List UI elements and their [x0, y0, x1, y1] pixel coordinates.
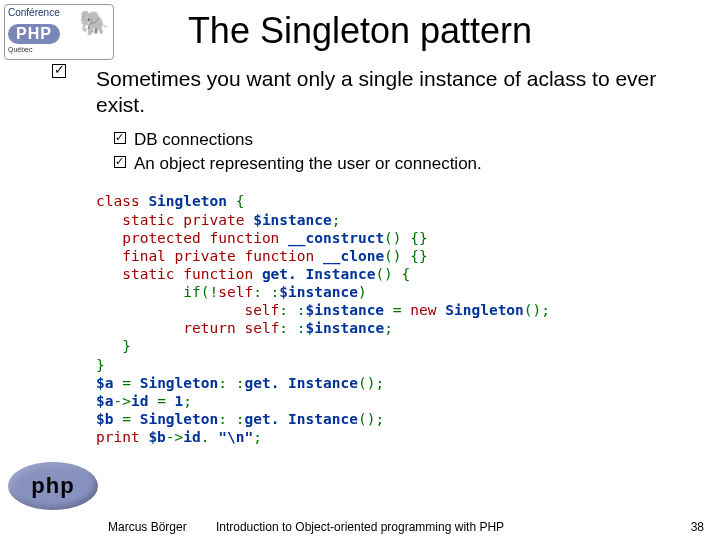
sub-point-text: An object representing the user or conne…	[134, 153, 482, 176]
elephant-icon: 🐘	[79, 11, 109, 35]
php-logo: php	[8, 462, 98, 510]
footer-subject: Introduction to Object-oriented programm…	[0, 520, 720, 534]
check-icon	[52, 64, 66, 78]
code-block: class Singleton { static private $instan…	[96, 192, 700, 446]
slide-content: Sometimes you want only a single instanc…	[96, 66, 700, 446]
php-badge: PHP	[8, 24, 60, 44]
main-bullet-icon-wrap	[52, 64, 66, 82]
check-icon	[114, 132, 126, 144]
sub-point-text: DB connections	[134, 129, 253, 152]
conference-region: Québec	[8, 46, 110, 53]
footer-page-number: 38	[691, 520, 704, 534]
list-item: An object representing the user or conne…	[114, 153, 700, 176]
php-logo-oval: php	[8, 462, 98, 510]
conference-logo: Conférence PHP Québec 🐘	[4, 4, 114, 60]
check-icon	[114, 156, 126, 168]
main-point: Sometimes you want only a single instanc…	[96, 66, 700, 119]
list-item: DB connections	[114, 129, 700, 152]
sub-list: DB connections An object representing th…	[114, 129, 700, 177]
